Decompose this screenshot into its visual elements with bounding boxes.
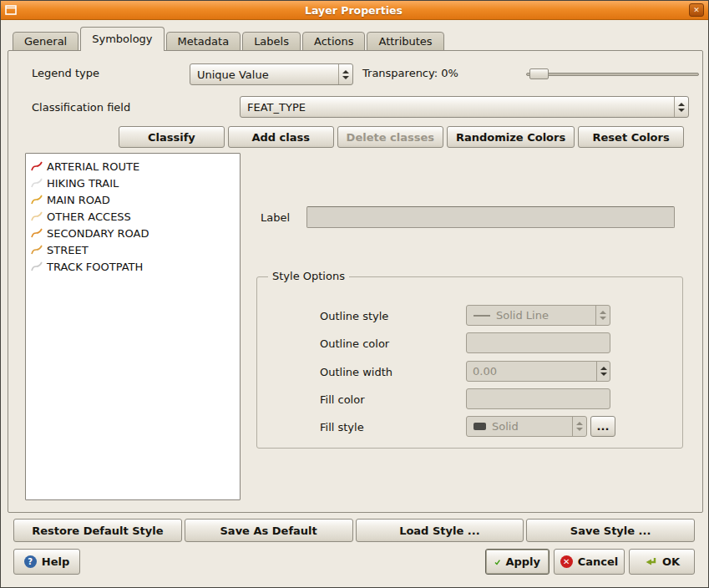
fill-color-button[interactable] xyxy=(466,388,610,409)
enter-arrow-icon xyxy=(644,556,657,568)
restore-default-style-button[interactable]: Restore Default Style xyxy=(13,519,182,542)
class-list-item[interactable]: STREET xyxy=(28,241,238,258)
class-list-item[interactable]: SECONDARY ROAD xyxy=(28,225,238,241)
line-symbol-icon xyxy=(30,193,43,206)
class-list-item[interactable]: HIKING TRAIL xyxy=(28,175,238,191)
dropdown-arrows-icon xyxy=(595,306,610,325)
apply-label: Apply xyxy=(505,555,540,568)
label-field-label: Label xyxy=(261,211,290,224)
fill-color-label: Fill color xyxy=(320,393,365,406)
outline-width-value: 0.00 xyxy=(467,365,596,378)
slider-trough xyxy=(526,73,699,76)
delete-classes-button[interactable]: Delete classes xyxy=(337,126,443,148)
cancel-label: Cancel xyxy=(578,555,619,568)
fill-swatch-icon xyxy=(474,423,486,430)
fill-style-label: Fill style xyxy=(320,421,364,433)
class-item-label: ARTERIAL ROUTE xyxy=(47,160,139,173)
style-buttons-row: Restore Default Style Save As Default Lo… xyxy=(13,519,695,542)
randomize-colors-button[interactable]: Randomize Colors xyxy=(447,126,575,148)
class-list-item[interactable]: MAIN ROAD xyxy=(28,191,238,208)
fill-style-more-button[interactable]: ... xyxy=(590,416,615,437)
outline-style-label: Outline style xyxy=(320,310,388,322)
classify-button[interactable]: Classify xyxy=(119,126,225,148)
style-options-title: Style Options xyxy=(268,270,349,282)
class-list-item[interactable]: OTHER ACCESS xyxy=(28,208,238,225)
tab-attributes[interactable]: Attributes xyxy=(367,32,443,51)
class-item-label: TRACK FOOTPATH xyxy=(47,261,143,273)
class-actions-row: Classify Add class Delete classes Random… xyxy=(119,126,684,148)
class-item-label: SECONDARY ROAD xyxy=(47,227,149,240)
titlebar[interactable]: Layer Properties ✕ xyxy=(1,1,708,20)
help-label: Help xyxy=(42,555,69,568)
dropdown-arrows-icon xyxy=(338,64,352,84)
class-item-label: STREET xyxy=(47,244,89,256)
tab-labels[interactable]: Labels xyxy=(242,32,301,51)
line-symbol-icon xyxy=(30,226,43,240)
dropdown-arrows-icon xyxy=(674,97,688,117)
ok-label: OK xyxy=(662,555,680,568)
reset-colors-button[interactable]: Reset Colors xyxy=(578,126,684,148)
class-list[interactable]: ARTERIAL ROUTE HIKING TRAIL MAIN ROAD OT… xyxy=(25,153,241,500)
ok-button[interactable]: OK xyxy=(629,549,695,575)
tab-general[interactable]: General xyxy=(13,32,78,51)
dropdown-arrows-icon xyxy=(572,417,586,436)
footer-buttons: Apply ✕ Cancel OK xyxy=(485,549,695,575)
fill-style-select[interactable]: Solid xyxy=(466,416,587,437)
style-options-group: Style Options Outline style Solid Line O… xyxy=(256,276,683,449)
line-symbol-icon xyxy=(30,160,43,173)
cancel-icon: ✕ xyxy=(560,555,573,568)
line-symbol-icon xyxy=(30,176,43,190)
line-symbol-icon xyxy=(30,243,43,256)
window-title: Layer Properties xyxy=(18,4,689,17)
legend-type-select[interactable]: Unique Value xyxy=(190,63,353,85)
help-button[interactable]: ? Help xyxy=(13,549,80,575)
spinner-icon[interactable] xyxy=(596,362,610,381)
line-symbol-icon xyxy=(30,210,43,223)
line-swatch-icon xyxy=(474,315,490,317)
transparency-slider[interactable] xyxy=(526,68,699,80)
slider-handle[interactable] xyxy=(529,68,549,79)
outline-style-value: Solid Line xyxy=(467,309,595,322)
outline-color-button[interactable] xyxy=(466,332,610,353)
legend-type-label: Legend type xyxy=(32,67,99,79)
window-icon xyxy=(5,4,18,16)
classification-field-value: FEAT_TYPE xyxy=(241,101,674,114)
transparency-label: Transparency: 0% xyxy=(362,67,458,79)
legend-type-value: Unique Value xyxy=(190,68,338,81)
outline-width-label: Outline width xyxy=(320,366,392,378)
classification-field-label: Classification field xyxy=(32,101,130,114)
outline-width-input[interactable]: 0.00 xyxy=(466,361,610,382)
tab-bar: General Symbology Metadata Labels Action… xyxy=(13,27,446,51)
save-style-button[interactable]: Save Style ... xyxy=(526,519,695,542)
fill-style-value: Solid xyxy=(467,420,572,433)
class-item-label: MAIN ROAD xyxy=(47,194,110,206)
save-as-default-button[interactable]: Save As Default xyxy=(185,519,353,542)
tab-actions[interactable]: Actions xyxy=(302,32,366,51)
help-icon: ? xyxy=(24,555,37,568)
classification-field-select[interactable]: FEAT_TYPE xyxy=(240,96,689,118)
class-item-label: OTHER ACCESS xyxy=(47,210,131,223)
class-list-item[interactable]: ARTERIAL ROUTE xyxy=(28,158,238,175)
outline-color-label: Outline color xyxy=(320,337,389,350)
label-input[interactable] xyxy=(306,206,675,228)
close-button[interactable]: ✕ xyxy=(689,3,704,17)
add-class-button[interactable]: Add class xyxy=(228,126,334,148)
outline-style-select[interactable]: Solid Line xyxy=(466,305,610,326)
tab-symbology[interactable]: Symbology xyxy=(80,27,164,51)
class-list-item[interactable]: TRACK FOOTPATH xyxy=(28,258,238,275)
apply-button[interactable]: Apply xyxy=(485,549,549,575)
cancel-button[interactable]: ✕ Cancel xyxy=(554,549,625,575)
line-symbol-icon xyxy=(30,260,43,273)
class-item-label: HIKING TRAIL xyxy=(47,177,119,190)
tab-metadata[interactable]: Metadata xyxy=(166,32,241,51)
symbology-panel: Legend type Unique Value Transparency: 0… xyxy=(8,50,703,513)
layer-properties-dialog: Layer Properties ✕ General Symbology Met… xyxy=(0,0,709,588)
load-style-button[interactable]: Load Style ... xyxy=(356,519,524,542)
check-icon xyxy=(494,556,500,568)
